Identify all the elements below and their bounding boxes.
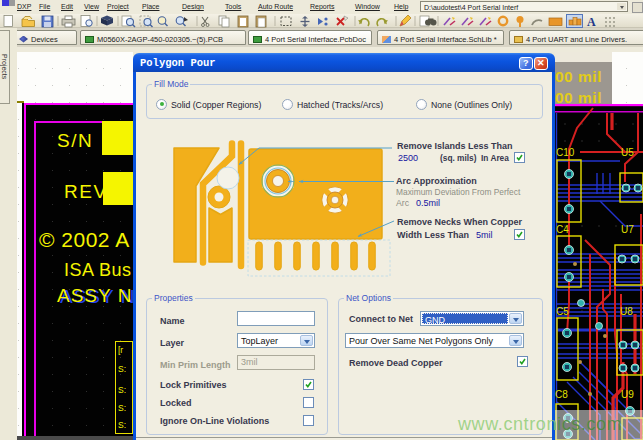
- svg-text:C10: C10: [556, 147, 575, 158]
- svg-text:U7: U7: [621, 224, 634, 235]
- svg-text:U8: U8: [620, 306, 633, 317]
- svg-text:C8: C8: [555, 389, 568, 400]
- svg-text:U5: U5: [621, 147, 634, 158]
- svg-text:C4: C4: [556, 224, 569, 235]
- svg-text:A: A: [587, 15, 596, 29]
- svg-text:U9: U9: [621, 389, 634, 400]
- svg-text:C5: C5: [556, 306, 569, 317]
